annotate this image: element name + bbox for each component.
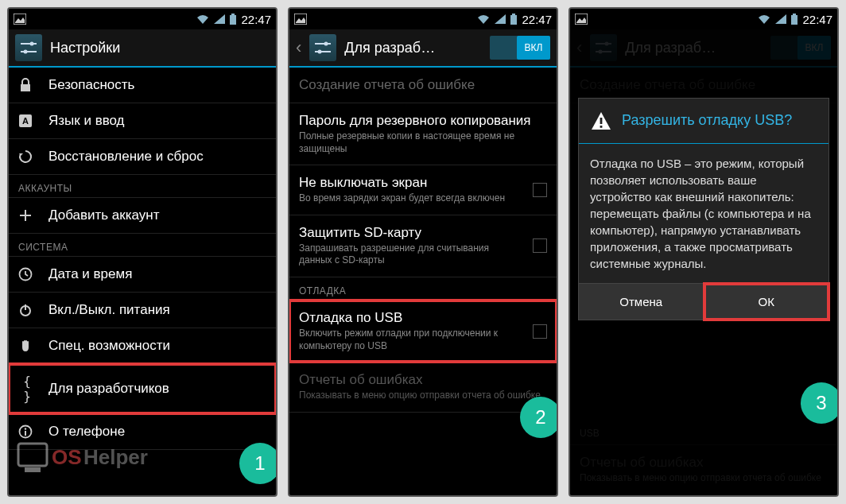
developer-toggle[interactable]: ВКЛ	[490, 36, 550, 60]
list-item-label: Безопасность	[49, 77, 266, 93]
svg-point-6	[24, 50, 28, 54]
list-item-security[interactable]: Безопасность	[9, 68, 276, 103]
list-item-subtitle: Запрашивать разрешение для считывания да…	[299, 242, 520, 267]
list-item-restore[interactable]: Восстановление и сброс	[9, 139, 276, 175]
list-item-stay-awake[interactable]: Не выключать экран Во время зарядки экра…	[289, 165, 557, 215]
svg-rect-1	[230, 15, 236, 25]
restore-icon	[18, 149, 36, 164]
checkbox[interactable]	[533, 238, 547, 253]
svg-rect-34	[600, 118, 603, 124]
svg-text:A: A	[22, 116, 29, 126]
list-item-protect-sd[interactable]: Защитить SD-карту Запрашивать разрешение…	[289, 215, 557, 277]
toggle-label: ВКЛ	[517, 36, 550, 60]
phone-screen-3: 22:47 ‹ Для разраб… ВКЛ Создание отчета …	[569, 7, 839, 497]
status-bar: 22:47	[9, 9, 276, 29]
signal-icon	[495, 14, 506, 24]
category-accounts: АККАУНТЫ	[9, 175, 276, 198]
list-item-subtitle: Показывать в меню опцию отправки отчета …	[299, 390, 547, 402]
svg-rect-22	[512, 14, 515, 15]
svg-point-4	[30, 42, 34, 46]
list-item-label: Защитить SD-карту	[299, 225, 520, 241]
battery-icon	[510, 14, 517, 25]
list-item-label: Отладка по USB	[299, 310, 520, 326]
list-item-bugreport: Создание отчета об ошибке	[289, 68, 557, 103]
dialog-body: Отладка по USB – это режим, который позв…	[579, 144, 829, 283]
svg-rect-29	[793, 14, 796, 15]
svg-rect-15	[25, 431, 26, 436]
list-item-usb-debugging[interactable]: Отладка по USB Включить режим отладки пр…	[289, 300, 557, 362]
image-icon	[575, 14, 588, 25]
svg-text:Helper: Helper	[83, 445, 148, 469]
step-badge-1: 1	[239, 443, 277, 484]
svg-rect-21	[510, 15, 517, 25]
header: ‹ Для разраб… ВКЛ	[289, 29, 557, 68]
svg-rect-28	[791, 15, 797, 25]
list-item-language[interactable]: A Язык и ввод	[9, 103, 276, 139]
list-item-subtitle: Включить режим отладки при подключении к…	[299, 328, 520, 352]
category-debug: ОТЛАДКА	[289, 277, 557, 300]
dialog-buttons: Отмена ОК	[579, 283, 829, 320]
list-item-error-reports: Отчеты об ошибках Показывать в меню опци…	[289, 362, 557, 413]
wifi-icon	[758, 14, 770, 24]
dialog-title: Разрешить отладку USB?	[622, 112, 792, 130]
page-title: Для разраб…	[344, 40, 482, 56]
svg-point-14	[25, 428, 26, 429]
svg-point-24	[324, 42, 328, 46]
info-icon	[18, 425, 36, 439]
list-item-add-account[interactable]: Добавить аккаунт	[9, 198, 276, 234]
signal-icon	[775, 14, 786, 24]
settings-icon	[15, 34, 42, 61]
wifi-icon	[477, 14, 490, 24]
step-badge-2: 2	[520, 397, 558, 438]
braces-icon: { }	[18, 374, 36, 404]
list-item-datetime[interactable]: Дата и время	[9, 257, 276, 293]
dialog-header: Разрешить отладку USB?	[579, 99, 829, 144]
list-item-label: Язык и ввод	[49, 113, 266, 129]
lock-icon	[18, 78, 36, 92]
clock-text: 22:47	[802, 13, 832, 26]
phone-screen-1: 22:47 Настройки Безопасность A Язык и вв…	[7, 7, 277, 497]
svg-rect-2	[231, 14, 235, 15]
list-item-backup-password[interactable]: Пароль для резервного копирования Полные…	[289, 103, 557, 165]
wifi-icon	[196, 14, 209, 24]
list-item-subtitle: Во время зарядки экран будет всегда вклю…	[299, 192, 520, 205]
back-chevron-icon[interactable]: ‹	[296, 39, 301, 56]
list-item-power[interactable]: Вкл./Выкл. питания	[9, 293, 276, 328]
ok-button[interactable]: ОК	[704, 284, 829, 320]
clock-icon	[18, 267, 36, 281]
list-item-label: Восстановление и сброс	[49, 149, 266, 165]
clock-text: 22:47	[241, 13, 271, 26]
status-bar: 22:47	[570, 9, 837, 29]
svg-rect-17	[25, 467, 41, 472]
settings-icon[interactable]	[309, 34, 336, 61]
signal-icon	[214, 14, 225, 24]
cancel-button[interactable]: Отмена	[579, 284, 704, 320]
list-item-accessibility[interactable]: Спец. возможности	[9, 328, 276, 364]
developer-list: Создание отчета об ошибке Пароль для рез…	[289, 68, 557, 413]
checkbox[interactable]	[533, 183, 547, 197]
header: Настройки	[9, 29, 276, 68]
usb-debug-dialog: Разрешить отладку USB? Отладка по USB – …	[578, 98, 829, 320]
battery-icon	[230, 14, 236, 25]
phone-screen-2: 22:47 ‹ Для разраб… ВКЛ Создание отчета …	[288, 7, 558, 497]
settings-list: Безопасность A Язык и ввод Восстановлени…	[9, 68, 276, 450]
list-item-developer-options[interactable]: { } Для разработчиков	[9, 364, 276, 414]
svg-point-26	[318, 50, 322, 54]
warning-icon	[590, 110, 612, 132]
category-system: СИСТЕМА	[9, 234, 276, 257]
list-item-subtitle: Полные резервные копии в настоящее время…	[299, 130, 547, 155]
list-item-label: Создание отчета об ошибке	[299, 77, 547, 93]
list-item-label: Для разработчиков	[49, 381, 266, 397]
checkbox[interactable]	[533, 324, 547, 339]
battery-icon	[791, 14, 797, 25]
watermark: OS Helper	[17, 439, 152, 475]
list-item-label: Спец. возможности	[49, 338, 266, 354]
list-item-label: Пароль для резервного копирования	[299, 113, 547, 129]
image-icon	[294, 14, 307, 25]
hand-icon	[18, 339, 36, 353]
clock-text: 22:47	[522, 13, 552, 26]
svg-rect-16	[18, 444, 47, 466]
list-item-label: Добавить аккаунт	[49, 207, 266, 223]
list-item-label: О телефоне	[49, 424, 266, 440]
list-item-label: Дата и время	[49, 266, 266, 282]
